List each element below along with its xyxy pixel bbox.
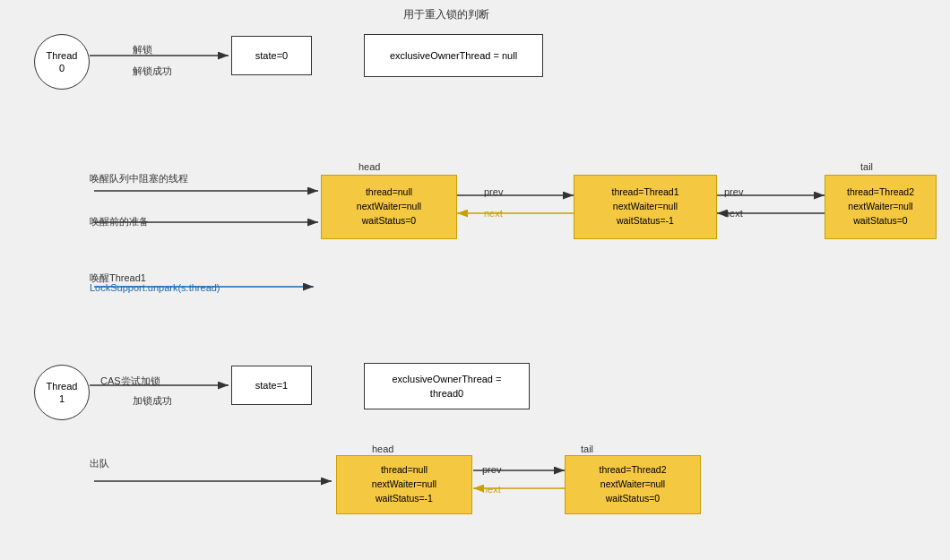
thread0-label2: 0 (59, 62, 65, 74)
dequeue-label: 出队 (90, 457, 109, 470)
tail-label-s2: tail (860, 161, 873, 172)
wake-queue-label: 唤醒队列中阻塞的线程 (90, 172, 188, 185)
state0-box: state=0 (231, 36, 312, 75)
cas-label: CAS尝试加锁 (100, 375, 160, 388)
unlock-success-label: 解锁成功 (133, 65, 172, 78)
thread0-circle: Thread 0 (34, 34, 90, 90)
thread1-label2: 1 (59, 392, 65, 405)
head-label-s3: head (372, 444, 393, 454)
next1-label-s2: next (484, 208, 503, 219)
prev1-label-s2: prev (484, 186, 503, 197)
unlock-label: 解锁 (133, 43, 152, 56)
lock-success-label: 加锁成功 (133, 394, 172, 408)
node1-s2: thread=null nextWaiter=null waitStatus=0 (321, 175, 457, 239)
locksupport-label: LockSupport.unpark(s.thread) (90, 282, 220, 293)
thread0-label1: Thread (47, 49, 78, 62)
node1-s3: thread=null nextWaiter=null waitStatus=-… (336, 455, 472, 514)
node2-s2: thread=Thread1 nextWaiter=null waitStatu… (574, 175, 717, 239)
top-label: 用于重入锁的判断 (403, 7, 489, 22)
next2-label-s2: next (724, 208, 743, 219)
prev1-label-s3: prev (482, 464, 501, 475)
head-label-s2: head (358, 161, 380, 172)
diagram: 用于重入锁的判断 Thread 0 解锁 解锁成功 state=0 exclus… (0, 0, 950, 560)
state1-box: state=1 (231, 366, 312, 405)
thread1-circle: Thread 1 (34, 365, 90, 420)
node3-s2: thread=Thread2 nextWaiter=null waitStatu… (825, 175, 937, 239)
exclusive1-box: exclusiveOwnerThread = null (364, 34, 543, 77)
thread1-label1: Thread (47, 380, 78, 392)
wake-prepare-label: 唤醒前的准备 (90, 215, 149, 228)
node2-s3: thread=Thread2 nextWaiter=null waitStatu… (565, 455, 701, 514)
next1-label-s3: next (482, 484, 501, 495)
tail-label-s3: tail (581, 444, 593, 454)
prev2-label-s2: prev (724, 186, 743, 197)
exclusive3-box: exclusiveOwnerThread = thread0 (364, 363, 530, 409)
